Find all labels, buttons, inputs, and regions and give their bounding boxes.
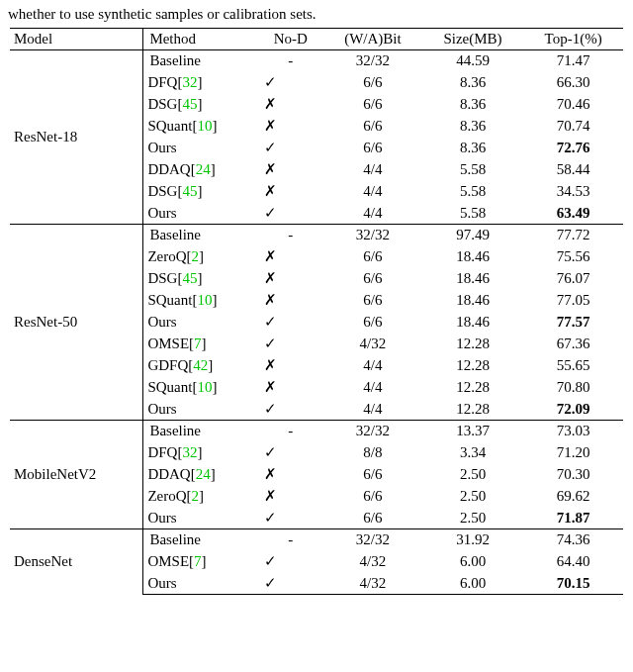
nod-cell: ✗ — [258, 463, 323, 485]
size-cell: 8.36 — [422, 71, 523, 93]
nod-cell: ✓ — [258, 398, 323, 421]
nod-cell: ✗ — [258, 245, 323, 267]
bits-cell: 32/32 — [323, 50, 422, 72]
method-cell: DSG[45] — [143, 267, 258, 289]
top1-cell: 70.15 — [523, 572, 623, 595]
citation-ref[interactable]: 32 — [182, 74, 197, 90]
table-row: ResNet-18Baseline-32/3244.5971.47 — [10, 50, 623, 72]
citation-ref[interactable]: 10 — [197, 118, 212, 134]
citation-ref[interactable]: 24 — [196, 466, 211, 482]
bits-cell: 4/32 — [323, 333, 422, 354]
nod-cell: ✓ — [258, 311, 323, 333]
size-cell: 3.34 — [422, 441, 523, 463]
citation-ref[interactable]: 24 — [196, 161, 211, 177]
bits-cell: 8/8 — [323, 441, 422, 463]
bits-cell: 4/4 — [323, 376, 422, 398]
citation-ref[interactable]: 32 — [182, 444, 197, 460]
top1-cell: 70.30 — [523, 463, 623, 485]
table-row: ResNet-50Baseline-32/3297.4977.72 — [10, 225, 623, 246]
citation-ref[interactable]: 42 — [193, 357, 208, 373]
citation-ref[interactable]: 10 — [197, 292, 212, 308]
col-method: Method — [143, 29, 258, 50]
method-cell: OMSE[7] — [143, 333, 258, 354]
top1-cell: 69.62 — [523, 485, 623, 507]
bits-cell: 6/6 — [323, 245, 422, 267]
citation-ref[interactable]: 2 — [192, 248, 200, 264]
top1-cell: 70.74 — [523, 115, 623, 137]
size-cell: 5.58 — [422, 202, 523, 225]
bits-cell: 6/6 — [323, 267, 422, 289]
col-size: Size(MB) — [422, 29, 523, 50]
method-cell: Baseline — [143, 225, 258, 246]
method-cell: SQuant[10] — [143, 376, 258, 398]
size-cell: 12.28 — [422, 333, 523, 354]
citation-ref[interactable]: 10 — [197, 379, 212, 395]
model-cell: DenseNet — [10, 529, 143, 595]
nod-cell: ✓ — [258, 507, 323, 529]
table-row: DenseNetBaseline-32/3231.9274.36 — [10, 529, 623, 551]
caption-fragment: whether to use synthetic samples or cali… — [0, 0, 633, 28]
top1-cell: 74.36 — [523, 529, 623, 551]
nod-cell: ✗ — [258, 93, 323, 115]
size-cell: 8.36 — [422, 137, 523, 158]
citation-ref[interactable]: 7 — [194, 336, 202, 351]
nod-cell: - — [258, 225, 323, 246]
size-cell: 8.36 — [422, 93, 523, 115]
method-cell: SQuant[10] — [143, 289, 258, 311]
citation-ref[interactable]: 45 — [182, 96, 197, 112]
method-cell: DSG[45] — [143, 93, 258, 115]
bits-cell: 6/6 — [323, 463, 422, 485]
top1-cell: 76.07 — [523, 267, 623, 289]
citation-ref[interactable]: 45 — [182, 270, 197, 286]
nod-cell: ✗ — [258, 180, 323, 202]
bits-cell: 4/32 — [323, 550, 422, 572]
bits-cell: 6/6 — [323, 507, 422, 529]
size-cell: 18.46 — [422, 245, 523, 267]
method-cell: DDAQ[24] — [143, 158, 258, 180]
bits-cell: 32/32 — [323, 225, 422, 246]
size-cell: 97.49 — [422, 225, 523, 246]
model-cell: MobileNetV2 — [10, 421, 143, 529]
method-cell: ZeroQ[2] — [143, 485, 258, 507]
nod-cell: ✓ — [258, 441, 323, 463]
size-cell: 12.28 — [422, 398, 523, 421]
size-cell: 18.46 — [422, 311, 523, 333]
nod-cell: ✓ — [258, 137, 323, 158]
citation-ref[interactable]: 2 — [192, 488, 200, 504]
size-cell: 2.50 — [422, 485, 523, 507]
table-row: MobileNetV2Baseline-32/3213.3773.03 — [10, 421, 623, 442]
citation-ref[interactable]: 7 — [194, 553, 202, 569]
method-cell: Baseline — [143, 529, 258, 551]
top1-cell: 77.57 — [523, 311, 623, 333]
method-cell: SQuant[10] — [143, 115, 258, 137]
size-cell: 6.00 — [422, 550, 523, 572]
nod-cell: ✓ — [258, 572, 323, 595]
nod-cell: ✗ — [258, 267, 323, 289]
method-cell: Ours — [143, 202, 258, 225]
bits-cell: 6/6 — [323, 485, 422, 507]
top1-cell: 66.30 — [523, 71, 623, 93]
nod-cell: ✗ — [258, 354, 323, 376]
model-cell: ResNet-18 — [10, 50, 143, 225]
bits-cell: 6/6 — [323, 71, 422, 93]
method-cell: Ours — [143, 572, 258, 595]
size-cell: 18.46 — [422, 289, 523, 311]
method-cell: DFQ[32] — [143, 441, 258, 463]
nod-cell: - — [258, 529, 323, 551]
method-cell: Baseline — [143, 421, 258, 442]
nod-cell: ✗ — [258, 289, 323, 311]
citation-ref[interactable]: 45 — [182, 183, 197, 199]
size-cell: 12.28 — [422, 376, 523, 398]
nod-cell: ✗ — [258, 376, 323, 398]
top1-cell: 70.80 — [523, 376, 623, 398]
top1-cell: 70.46 — [523, 93, 623, 115]
top1-cell: 71.47 — [523, 50, 623, 72]
col-model: Model — [10, 29, 143, 50]
size-cell: 12.28 — [422, 354, 523, 376]
nod-cell: ✓ — [258, 550, 323, 572]
top1-cell: 67.36 — [523, 333, 623, 354]
bits-cell: 6/6 — [323, 311, 422, 333]
method-cell: Ours — [143, 137, 258, 158]
col-top1: Top-1(%) — [523, 29, 623, 50]
top1-cell: 63.49 — [523, 202, 623, 225]
